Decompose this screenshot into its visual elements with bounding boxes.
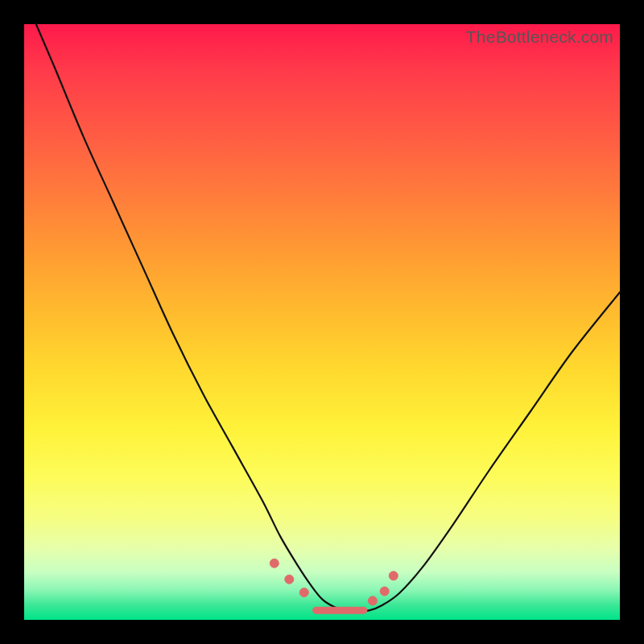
marker-dot [285, 575, 294, 584]
marker-dot [368, 597, 377, 605]
chart-frame: TheBottleneck.com [0, 0, 644, 644]
bottleneck-curve [36, 24, 620, 612]
marker-dot [270, 559, 279, 568]
plot-area: TheBottleneck.com [24, 24, 620, 620]
marker-dot [380, 587, 389, 596]
marker-dot [299, 588, 308, 597]
optimal-range-markers [270, 559, 398, 610]
curve-svg [24, 24, 620, 620]
marker-dot [389, 572, 398, 580]
